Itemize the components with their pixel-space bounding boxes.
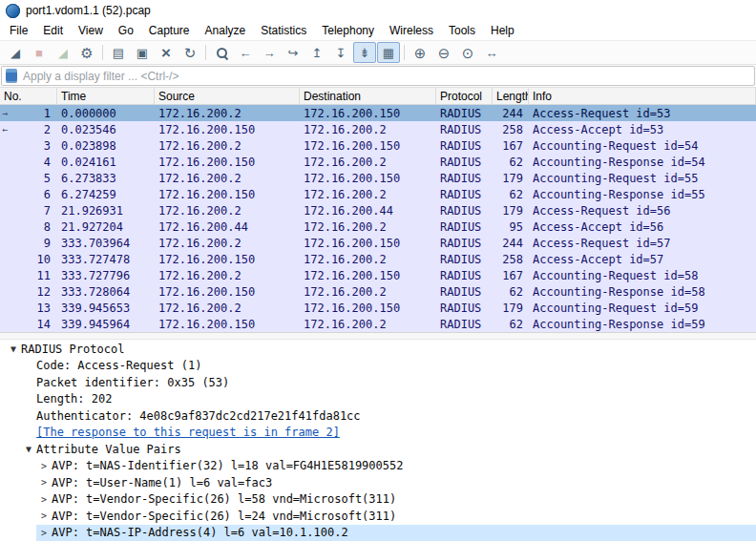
menu-capture[interactable]: Capture [141,22,198,39]
find-packet-icon[interactable] [210,42,233,63]
detail-row[interactable]: >AVP: t=NAS-IP-Address(4) l=6 val=10.1.1… [0,525,756,541]
detail-row[interactable]: Packet identifier: 0x35 (53) [0,374,756,391]
menu-edit[interactable]: Edit [35,22,71,39]
packet-row[interactable]: 721.926931172.16.200.2172.16.200.44RADIU… [0,202,756,218]
save-file-icon[interactable]: ▣ [131,42,154,63]
packet-row[interactable]: 12333.728064172.16.200.150172.16.200.2RA… [0,283,756,300]
close-file-icon[interactable]: × [155,42,178,63]
packet-row[interactable]: 30.023898172.16.200.2172.16.200.150RADIU… [0,137,756,154]
menu-help[interactable]: Help [483,22,522,39]
packet-row[interactable]: 821.927204172.16.200.44172.16.200.2RADIU… [0,218,756,235]
packet-row[interactable]: 11333.727796172.16.200.2172.16.200.150RA… [0,267,756,283]
go-forward-icon[interactable]: → [258,42,281,63]
detail-row[interactable]: ▼Attribute Value Pairs [0,441,756,458]
packet-row[interactable]: 2←0.023546172.16.200.150172.16.200.2RADI… [0,121,756,137]
packet-cell-destination: 172.16.200.2 [300,253,436,266]
capture-options-icon[interactable]: ⚙ [75,42,98,63]
related-packet-icon: → [2,108,8,118]
detail-row[interactable]: Code: Access-Request (1) [0,358,756,375]
column-header-destination[interactable]: Destination [300,88,436,104]
packet-cell-destination: 172.16.200.44 [300,204,436,218]
packet-row[interactable]: 1→0.000000172.16.200.2172.16.200.150RADI… [0,105,756,121]
packet-cell-source: 172.16.200.2 [155,172,300,185]
packet-cell-destination: 172.16.200.150 [300,269,436,282]
expander-icon[interactable]: > [36,494,52,505]
packet-cell-length: 179 [493,172,529,185]
column-header-no[interactable]: No. [0,88,57,104]
menu-wireless[interactable]: Wireless [382,22,441,39]
zoom-in-icon[interactable]: ⊕ [409,42,431,63]
packet-row[interactable]: 66.274259172.16.200.150172.16.200.2RADIU… [0,186,756,202]
expander-icon[interactable]: ▼ [21,444,36,454]
go-to-packet-icon[interactable]: ↪ [282,42,304,63]
detail-row[interactable]: >AVP: t=Vendor-Specific(26) l=58 vnd=Mic… [0,491,756,509]
packet-cell-no: 3 [0,139,57,153]
column-header-length[interactable]: Length [493,88,529,104]
detail-row-response-link[interactable]: [The response to this request is in fram… [0,425,756,442]
packet-cell-length: 244 [493,107,529,120]
packet-cell-length: 179 [493,204,529,218]
detail-text: Authenticator: 4e08c9af837dc2cd217e21f41… [36,409,361,423]
auto-scroll-icon[interactable]: ⇟ [353,42,376,63]
menu-view[interactable]: View [71,22,111,39]
menu-telephony[interactable]: Telephony [314,22,382,39]
column-header-protocol[interactable]: Protocol [436,88,493,104]
packet-cell-protocol: RADIUS [436,139,493,153]
last-packet-icon[interactable]: ↧ [329,42,352,63]
packet-row[interactable]: 10333.727478172.16.200.150172.16.200.2RA… [0,251,756,267]
zoom-original-icon[interactable]: ⊙ [456,42,479,63]
packet-cell-time: 333.703964 [57,237,155,250]
expander-icon[interactable]: > [36,510,52,521]
filter-bookmark-icon[interactable] [6,69,17,83]
detail-row[interactable]: >AVP: t=Vendor-Specific(26) l=24 vnd=Mic… [0,508,756,525]
menu-file[interactable]: File [2,22,35,39]
detail-row[interactable]: >AVP: t=NAS-Identifier(32) l=18 val=FG4H… [0,458,756,475]
packet-cell-no: 13 [0,302,57,315]
pane-splitter[interactable] [0,332,756,340]
display-filter-field[interactable] [1,66,755,86]
packet-row[interactable]: 9333.703964172.16.200.2172.16.200.150RAD… [0,235,756,251]
menu-analyze[interactable]: Analyze [198,22,254,39]
zoom-out-icon[interactable]: ⊖ [432,42,455,63]
menu-statistics[interactable]: Statistics [253,22,314,39]
restart-capture-icon[interactable]: ◢ [52,42,74,63]
detail-row[interactable]: >AVP: t=User-Name(1) l=6 val=fac3 [0,474,756,491]
packet-cell-protocol: RADIUS [436,220,493,234]
packet-cell-no: 1→ [0,107,57,120]
reload-file-icon[interactable]: ↻ [178,42,201,63]
detail-row[interactable]: Authenticator: 4e08c9af837dc2cd217e21f41… [0,407,756,425]
packet-cell-time: 0.023546 [57,123,155,136]
packet-cell-length: 62 [493,318,529,331]
expander-icon[interactable]: > [36,528,52,538]
menu-tools[interactable]: Tools [441,22,483,39]
packet-cell-info: Accounting-Response id=55 [529,188,756,201]
start-capture-icon[interactable]: ◢ [4,42,27,63]
open-file-icon[interactable]: ▤ [107,42,130,63]
expander-icon[interactable]: ▼ [6,343,21,354]
resize-columns-icon[interactable]: ↔ [480,42,503,63]
packet-cell-time: 333.728064 [57,285,155,299]
go-back-icon[interactable]: ← [234,42,257,63]
packet-row[interactable]: 40.024161172.16.200.150172.16.200.2RADIU… [0,154,756,170]
detail-row[interactable]: ▼RADIUS Protocol [0,341,756,358]
packet-row[interactable]: 56.273833172.16.200.2172.16.200.150RADIU… [0,170,756,186]
toolbar-separator [102,45,103,60]
stop-capture-icon[interactable]: ■ [28,42,51,63]
packet-cell-source: 172.16.200.44 [155,220,300,234]
column-header-info[interactable]: Info [529,88,756,104]
packet-cell-length: 244 [493,237,529,250]
expander-icon[interactable]: > [36,461,52,471]
column-header-time[interactable]: Time [57,88,155,104]
packet-row[interactable]: 14339.945964172.16.200.150172.16.200.2RA… [0,316,756,332]
menu-go[interactable]: Go [111,22,141,39]
first-packet-icon[interactable]: ↥ [305,42,328,63]
packet-cell-info: Accounting-Response id=54 [529,156,756,169]
column-header-source[interactable]: Source [155,88,300,104]
expander-icon[interactable]: > [36,477,52,488]
detail-row[interactable]: Length: 202 [0,391,756,408]
packet-cell-no: 7 [0,204,57,218]
packet-cell-source: 172.16.200.150 [155,123,300,136]
colorize-icon[interactable]: ▦ [377,42,400,63]
packet-row[interactable]: 13339.945653172.16.200.2172.16.200.150RA… [0,300,756,316]
display-filter-input[interactable] [23,70,754,83]
